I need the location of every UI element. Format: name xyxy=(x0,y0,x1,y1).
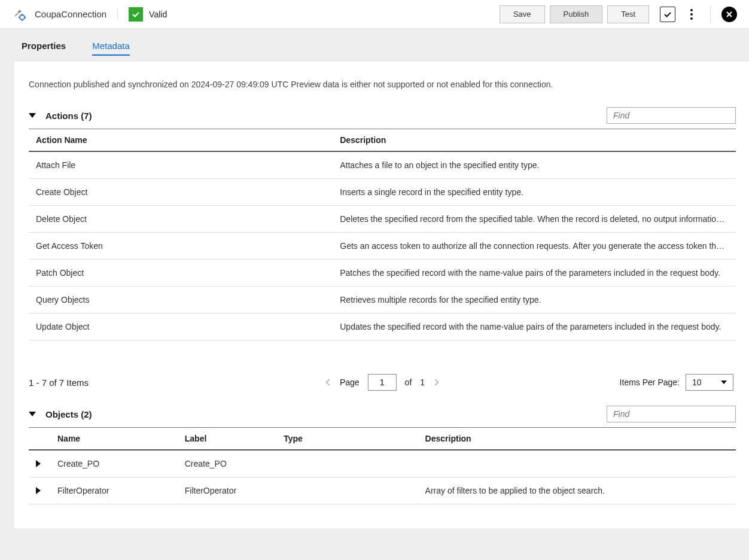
action-desc-cell: Deletes the specified record from the sp… xyxy=(333,206,736,233)
svg-rect-3 xyxy=(22,14,23,16)
pager-next[interactable] xyxy=(432,379,439,385)
header-divider xyxy=(710,6,711,23)
svg-point-2 xyxy=(20,15,25,20)
action-name-cell: Query Objects xyxy=(29,287,333,314)
table-row[interactable]: Patch ObjectPatches the specified record… xyxy=(29,260,736,287)
pager-total-pages: 1 xyxy=(420,378,425,387)
col-action-name[interactable]: Action Name xyxy=(29,129,333,152)
pager-of-label: of xyxy=(405,378,412,387)
table-row[interactable]: Query ObjectsRetrieves multiple records … xyxy=(29,287,736,314)
svg-rect-6 xyxy=(24,17,26,18)
actions-table: Action Name Description Attach FileAttac… xyxy=(29,129,736,340)
pager-page-input[interactable] xyxy=(368,374,397,391)
object-type-cell xyxy=(276,450,418,477)
objects-find-input[interactable] xyxy=(607,406,736,422)
publish-button[interactable]: Publish xyxy=(550,5,603,23)
action-name-cell: Delete Object xyxy=(29,206,333,233)
tab-metadata[interactable]: Metadata xyxy=(92,41,130,56)
header-bar: CoupaConnection Valid Save Publish Test xyxy=(0,0,749,29)
action-desc-cell: Gets an access token to authorize all th… xyxy=(333,233,736,260)
objects-table: Name Label Type Description Create_POCre… xyxy=(29,427,736,504)
row-expand[interactable] xyxy=(29,450,50,477)
action-desc-cell: Attaches a file to an object in the spec… xyxy=(333,151,736,179)
action-name-cell: Create Object xyxy=(29,179,333,206)
svg-rect-4 xyxy=(22,19,23,21)
chevron-right-icon xyxy=(36,460,41,467)
action-name-cell: Get Access Token xyxy=(29,233,333,260)
action-desc-cell: Retrieves multiple records for the speci… xyxy=(333,287,736,314)
chevron-right-icon xyxy=(36,487,41,494)
object-name-cell: Create_PO xyxy=(50,450,178,477)
object-desc-cell: Array of filters to be applied to the ob… xyxy=(418,477,736,504)
pager-ipp-select[interactable]: 10 xyxy=(686,374,733,391)
table-row[interactable]: Update ObjectUpdates the specified recor… xyxy=(29,314,736,340)
col-object-label[interactable]: Label xyxy=(178,428,276,451)
object-name-cell: FilterOperator xyxy=(50,477,178,504)
action-desc-cell: Updates the specified record with the na… xyxy=(333,314,736,340)
pager-ipp-label: Items Per Page: xyxy=(620,378,680,387)
actions-pager: 1 - 7 of 7 Items Page of 1 Items Per Pag… xyxy=(29,373,736,391)
save-button[interactable]: Save xyxy=(500,5,545,23)
pager-count: 1 - 7 of 7 Items xyxy=(29,378,89,388)
table-row[interactable]: Create_POCreate_PO xyxy=(29,450,736,477)
actions-section-header: Actions (7) xyxy=(29,107,736,124)
validation-status: Valid xyxy=(129,7,167,22)
col-object-name[interactable]: Name xyxy=(50,428,178,451)
action-name-cell: Update Object xyxy=(29,314,333,340)
action-desc-cell: Patches the specified record with the na… xyxy=(333,260,736,287)
table-row[interactable]: Create ObjectInserts a single record in … xyxy=(29,179,736,206)
col-object-type[interactable]: Type xyxy=(276,428,418,451)
svg-rect-5 xyxy=(19,17,20,18)
action-desc-cell: Inserts a single record in the specified… xyxy=(333,179,736,206)
pager-prev[interactable] xyxy=(325,379,332,385)
check-icon xyxy=(129,7,143,22)
row-expand[interactable] xyxy=(29,477,50,504)
close-icon[interactable] xyxy=(721,7,737,22)
objects-collapse-toggle[interactable] xyxy=(29,412,36,416)
objects-section-header: Objects (2) xyxy=(29,406,736,422)
actions-find-input[interactable] xyxy=(607,107,736,124)
object-label-cell: Create_PO xyxy=(178,450,276,477)
sync-status-text: Connection published and synchronized on… xyxy=(29,80,736,89)
pager-ipp-value: 10 xyxy=(692,378,702,387)
action-name-cell: Attach File xyxy=(29,151,333,179)
actions-title: Actions (7) xyxy=(45,111,92,121)
object-type-cell xyxy=(276,477,418,504)
metadata-panel: Connection published and synchronized on… xyxy=(14,62,749,528)
tab-bar: Properties Metadata xyxy=(0,29,749,62)
connection-icon xyxy=(12,7,26,22)
col-expand xyxy=(29,428,50,451)
table-row[interactable]: Get Access TokenGets an access token to … xyxy=(29,233,736,260)
col-action-description[interactable]: Description xyxy=(333,129,736,152)
table-row[interactable]: FilterOperatorFilterOperatorArray of fil… xyxy=(29,477,736,504)
actions-collapse-toggle[interactable] xyxy=(29,113,36,118)
object-label-cell: FilterOperator xyxy=(178,477,276,504)
objects-title: Objects (2) xyxy=(45,409,92,419)
chevron-down-icon xyxy=(721,381,727,384)
test-button[interactable]: Test xyxy=(607,5,649,23)
tab-properties[interactable]: Properties xyxy=(22,41,66,56)
action-name-cell: Patch Object xyxy=(29,260,333,287)
table-row[interactable]: Attach FileAttaches a file to an object … xyxy=(29,151,736,179)
validate-icon[interactable] xyxy=(660,7,675,22)
pager-page-label: Page xyxy=(340,378,360,387)
table-row[interactable]: Delete ObjectDeletes the specified recor… xyxy=(29,206,736,233)
more-menu-icon[interactable] xyxy=(684,9,699,20)
col-object-description[interactable]: Description xyxy=(418,428,736,451)
object-desc-cell xyxy=(418,450,736,477)
validation-label: Valid xyxy=(149,10,167,19)
connection-title: CoupaConnection xyxy=(35,9,118,19)
